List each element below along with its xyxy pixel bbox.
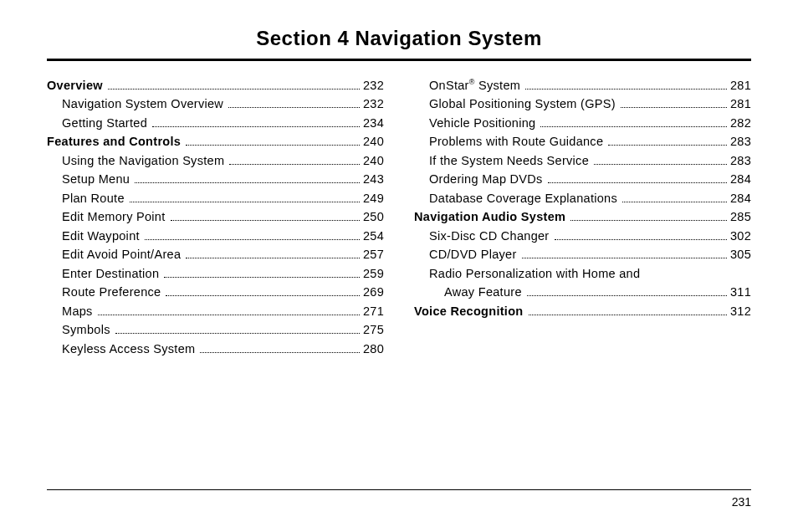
toc-entry: Problems with Route Guidance283 [414,132,751,151]
toc-leader-dots [152,126,360,127]
toc-entry: Ordering Map DVDs284 [414,170,751,188]
toc-entry-page: 232 [363,76,384,95]
toc-entry: Away Feature311 [414,283,751,301]
toc-leader-dots [228,107,360,108]
toc-leader-dots [525,89,727,90]
toc-leader-dots [108,89,360,90]
toc-entry-label: Edit Waypoint [47,227,140,245]
toc-leader-dots [164,277,360,278]
toc-leader-dots [594,164,727,165]
toc-entry-label: Away Feature [414,283,522,301]
toc-entry-label: Route Preference [47,283,161,301]
toc-entry: Maps271 [47,302,384,320]
toc-entry-label: Plan Route [47,189,125,207]
toc-entry-page: 281 [730,95,751,113]
toc-entry: If the System Needs Service283 [414,151,751,170]
toc-entry-page: 232 [363,95,384,113]
toc-leader-dots [621,107,727,108]
toc-entry: Navigation System Overview232 [47,95,384,113]
toc-entry: Getting Started234 [47,114,384,132]
toc-entry-page: 275 [363,320,384,339]
toc-entry: Radio Personalization with Home and [414,264,751,283]
toc-entry-page: 240 [363,132,384,151]
toc-entry-label: Voice Recognition [414,302,524,320]
toc-leader-dots [145,239,360,240]
toc-leader-dots [570,220,727,221]
registered-mark: ® [469,78,475,86]
document-page: Section 4 Navigation System Overview232N… [0,0,798,378]
toc-entry: Vehicle Positioning282 [414,114,751,132]
toc-leader-dots [115,333,360,334]
toc-columns: Overview232Navigation System Overview232… [47,76,751,358]
toc-entry-label: Edit Avoid Point/Area [47,245,181,263]
toc-entry: Enter Destination259 [47,264,384,283]
toc-entry-page: 284 [730,170,751,188]
page-footer: 231 [47,489,751,509]
toc-entry-page: 305 [730,245,751,263]
horizontal-rule-top [47,59,751,61]
toc-entry-page: 249 [363,189,384,207]
toc-entry-page: 281 [730,76,751,95]
toc-leader-dots [130,202,360,202]
toc-column-right: OnStar® System281Global Positioning Syst… [414,76,751,358]
toc-entry-label: CD/DVD Player [414,245,517,263]
toc-entry: OnStar® System281 [414,76,751,95]
toc-entry-label: Keyless Access System [47,340,195,358]
toc-entry: Plan Route249 [47,189,384,207]
toc-entry: Edit Memory Point250 [47,207,384,226]
toc-entry-label: Database Coverage Explanations [414,189,617,207]
toc-leader-dots [529,315,727,315]
toc-entry: Navigation Audio System285 [414,207,751,226]
toc-entry-label: OnStar® System [414,76,520,95]
toc-entry-page: 280 [363,340,384,358]
toc-entry-page: 257 [363,245,384,263]
toc-leader-dots [186,145,360,146]
toc-entry-page: 243 [363,170,384,188]
toc-entry-label: Using the Navigation System [47,151,224,170]
toc-column-left: Overview232Navigation System Overview232… [47,76,384,358]
toc-entry: Database Coverage Explanations284 [414,189,751,207]
toc-leader-dots [98,315,360,315]
toc-entry-page: 312 [730,302,751,320]
toc-entry: Voice Recognition312 [414,302,751,320]
toc-leader-dots [166,295,359,296]
toc-entry-label: Ordering Map DVDs [414,170,543,188]
toc-entry-label: Enter Destination [47,264,159,283]
toc-entry-label: Vehicle Positioning [414,114,535,132]
toc-entry: Six-Disc CD Changer302 [414,227,751,245]
toc-leader-dots [540,126,726,127]
toc-entry-page: 284 [730,189,751,207]
toc-leader-dots [229,164,360,165]
toc-entry-label: Radio Personalization with Home and [414,264,640,283]
toc-entry-label: Edit Memory Point [47,207,166,226]
toc-entry-label: Overview [47,76,103,95]
toc-entry: Keyless Access System280 [47,340,384,358]
page-number: 231 [47,495,751,509]
toc-entry: Route Preference269 [47,283,384,301]
toc-leader-dots [186,258,360,258]
toc-entry-label: Symbols [47,320,110,339]
toc-entry-page: 302 [730,227,751,245]
toc-leader-dots [522,258,727,258]
section-title: Section 4 Navigation System [47,27,751,50]
toc-entry-page: 283 [730,151,751,170]
toc-entry-label: If the System Needs Service [414,151,589,170]
toc-entry: Using the Navigation System240 [47,151,384,170]
toc-entry-page: 271 [363,302,384,320]
toc-entry-page: 250 [363,207,384,226]
toc-entry: Setup Menu243 [47,170,384,188]
toc-leader-dots [548,182,727,183]
toc-leader-dots [555,239,727,240]
toc-leader-dots [171,220,360,221]
toc-entry-label: Navigation Audio System [414,207,565,226]
toc-entry: Features and Controls240 [47,132,384,151]
horizontal-rule-bottom [47,489,751,490]
toc-entry-page: 285 [730,207,751,226]
toc-leader-dots [200,352,359,353]
toc-entry-label: Maps [47,302,93,320]
toc-entry-page: 269 [363,283,384,301]
toc-entry-page: 282 [730,114,751,132]
toc-entry: Edit Avoid Point/Area257 [47,245,384,263]
toc-entry: Symbols275 [47,320,384,339]
toc-entry-label: Getting Started [47,114,147,132]
